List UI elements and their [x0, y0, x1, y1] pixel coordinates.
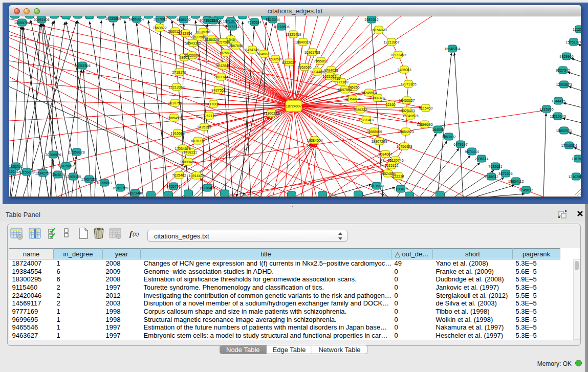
- svg-text:10654112: 10654112: [508, 180, 524, 183]
- svg-text:19654923: 19654923: [398, 130, 413, 134]
- svg-text:9329966: 9329966: [559, 55, 573, 58]
- svg-text:7663822: 7663822: [153, 26, 166, 30]
- svg-text:1527602: 1527602: [153, 17, 167, 21]
- svg-text:20691406: 20691406: [33, 18, 49, 21]
- svg-text:2803144: 2803144: [214, 75, 228, 79]
- svg-text:9084067: 9084067: [378, 152, 392, 156]
- svg-text:16154808: 16154808: [371, 28, 386, 32]
- svg-text:9146821: 9146821: [257, 52, 271, 56]
- svg-text:12505135: 12505135: [65, 175, 81, 179]
- svg-text:16099489: 16099489: [180, 160, 195, 164]
- svg-text:1953892: 1953892: [442, 135, 455, 139]
- svg-text:16648784: 16648784: [444, 47, 460, 51]
- svg-text:3915141: 3915141: [9, 170, 19, 173]
- svg-text:10653267: 10653267: [128, 17, 144, 21]
- svg-text:2087662: 2087662: [364, 18, 378, 21]
- svg-text:9904485: 9904485: [310, 70, 324, 74]
- svg-text:16033809: 16033809: [205, 19, 221, 23]
- svg-text:13325419: 13325419: [285, 33, 301, 36]
- svg-text:10973493: 10973493: [390, 53, 406, 57]
- svg-text:1498222: 1498222: [183, 150, 197, 154]
- svg-text:16713155: 16713155: [223, 19, 238, 23]
- svg-text:9327508: 9327508: [192, 35, 206, 39]
- svg-text:8427552: 8427552: [211, 89, 225, 92]
- svg-text:746266: 746266: [347, 85, 359, 89]
- svg-text:154519: 154519: [52, 173, 63, 177]
- svg-text:12156829: 12156829: [18, 170, 34, 174]
- svg-text:17016504: 17016504: [561, 144, 577, 147]
- svg-text:3875685: 3875685: [219, 51, 232, 55]
- svg-text:10756928: 10756928: [396, 145, 412, 148]
- svg-text:9794028: 9794028: [324, 69, 338, 72]
- svg-text:9227342: 9227342: [556, 69, 570, 72]
- svg-text:7485063: 7485063: [397, 68, 411, 72]
- svg-text:7515524: 7515524: [247, 20, 261, 24]
- svg-text:12923446: 12923446: [127, 191, 143, 195]
- svg-text:(x): (x): [133, 231, 139, 237]
- svg-text:62160: 62160: [385, 103, 396, 106]
- svg-text:417006: 417006: [207, 102, 219, 106]
- svg-text:9257508: 9257508: [216, 40, 230, 44]
- svg-text:19384554: 19384554: [307, 139, 322, 142]
- svg-text:12213363: 12213363: [168, 85, 184, 89]
- svg-text:8471626: 8471626: [498, 172, 512, 176]
- svg-text:8813054: 8813054: [266, 18, 279, 21]
- svg-text:2935114: 2935114: [475, 157, 489, 161]
- svg-text:14055714: 14055714: [14, 21, 30, 25]
- svg-text:1610755: 1610755: [168, 101, 182, 105]
- svg-text:15720407: 15720407: [358, 118, 374, 122]
- svg-text:10807487: 10807487: [369, 96, 385, 100]
- svg-text:12213967: 12213967: [383, 40, 399, 44]
- svg-text:1112381: 1112381: [573, 28, 581, 31]
- svg-text:164095: 164095: [432, 128, 444, 132]
- svg-text:20053346: 20053346: [74, 64, 90, 68]
- svg-text:21300213: 21300213: [263, 112, 279, 115]
- svg-text:1588520: 1588520: [268, 57, 282, 61]
- svg-text:3267110: 3267110: [203, 114, 216, 118]
- svg-text:1733426: 1733426: [394, 187, 407, 191]
- svg-text:10543362: 10543362: [185, 41, 201, 45]
- svg-text:16782759: 16782759: [112, 186, 128, 190]
- svg-text:1916682: 1916682: [170, 132, 184, 135]
- svg-text:8454749: 8454749: [245, 48, 259, 52]
- svg-text:7986322: 7986322: [353, 108, 367, 112]
- svg-text:9455771: 9455771: [166, 185, 180, 188]
- svg-text:12103554: 12103554: [568, 175, 581, 179]
- svg-text:10688609: 10688609: [366, 130, 382, 134]
- svg-text:4415: 4415: [332, 77, 340, 80]
- svg-text:18807249: 18807249: [371, 140, 387, 143]
- svg-text:5226058: 5226058: [196, 30, 210, 34]
- svg-text:16914479: 16914479: [188, 174, 204, 178]
- svg-text:9115460: 9115460: [419, 106, 433, 110]
- svg-text:9245012: 9245012: [484, 175, 498, 179]
- svg-text:252214: 252214: [392, 174, 404, 178]
- svg-text:7357274: 7357274: [225, 25, 239, 29]
- svg-text:1167534: 1167534: [572, 157, 581, 161]
- svg-text:12093873: 12093873: [556, 83, 572, 86]
- svg-text:16120746: 16120746: [387, 159, 403, 162]
- svg-text:17957255: 17957255: [81, 178, 97, 181]
- svg-text:6322037: 6322037: [282, 61, 296, 64]
- svg-text:12342757: 12342757: [35, 171, 51, 175]
- svg-text:12849575: 12849575: [402, 114, 418, 118]
- svg-text:10899695: 10899695: [417, 123, 432, 126]
- svg-text:7632621: 7632621: [488, 165, 502, 168]
- svg-text:3912954: 3912954: [178, 32, 192, 35]
- svg-text:9777169: 9777169: [334, 80, 348, 84]
- svg-text:1244415: 1244415: [551, 99, 565, 103]
- svg-text:1362615: 1362615: [297, 65, 311, 69]
- svg-text:15751074: 15751074: [565, 40, 581, 44]
- svg-text:18640910: 18640910: [295, 40, 311, 44]
- svg-text:1453061: 1453061: [9, 165, 23, 168]
- svg-text:17034678: 17034678: [175, 147, 190, 150]
- svg-text:15716485: 15716485: [199, 186, 215, 190]
- svg-text:16961758: 16961758: [304, 51, 320, 54]
- svg-text:2718176: 2718176: [172, 71, 186, 74]
- svg-text:9242845: 9242845: [216, 64, 230, 68]
- svg-text:17359928: 17359928: [69, 150, 84, 154]
- svg-text:6479197: 6479197: [453, 143, 467, 146]
- svg-text:19218506: 19218506: [273, 25, 289, 29]
- svg-text:16210643: 16210643: [550, 115, 565, 118]
- svg-text:18463627: 18463627: [399, 99, 415, 102]
- svg-text:7625402: 7625402: [172, 173, 186, 177]
